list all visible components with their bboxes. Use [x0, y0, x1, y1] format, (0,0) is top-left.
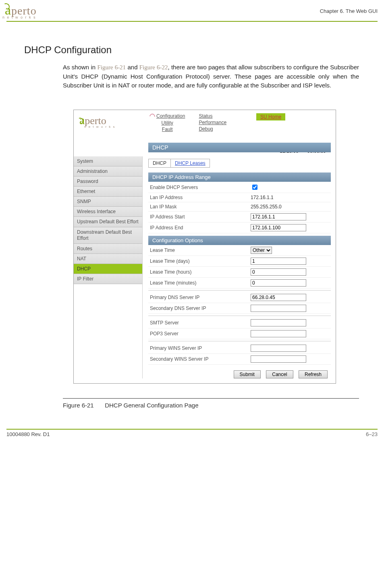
brand-logo: aperto n e t w o r k s	[2, 2, 37, 19]
label-secondary-dns: Secondary DNS Server IP	[148, 305, 251, 311]
input-primary-dns[interactable]	[251, 294, 306, 301]
sidebar: System Administration Password Ethernet …	[74, 156, 143, 378]
page-number: 6–23	[366, 431, 378, 437]
sidebar-item-ipfilter[interactable]: IP Filter	[74, 274, 142, 284]
input-lease-days[interactable]	[251, 258, 306, 265]
figure-title: DHCP General Configuration Page	[105, 402, 198, 409]
footer-rule	[6, 429, 378, 430]
section-title: DHCP Configuration	[24, 44, 384, 56]
label-lease-hours: Lease Time (hours)	[148, 269, 251, 275]
figure-ref-6-21[interactable]: Figure 6-21	[98, 64, 126, 71]
cancel-button[interactable]: Cancel	[266, 370, 293, 378]
sidebar-item-wireless[interactable]: Wireless Interface	[74, 207, 142, 217]
figure-caption: Figure 6-21 DHCP General Configuration P…	[63, 402, 384, 409]
sidebar-item-system[interactable]: System	[74, 156, 142, 166]
nav-fault[interactable]: Fault	[149, 127, 185, 132]
input-ip-start[interactable]	[251, 213, 306, 220]
sidebar-item-snmp[interactable]: SNMP	[74, 197, 142, 207]
separator	[148, 316, 331, 316]
input-pop3[interactable]	[251, 330, 306, 337]
input-primary-wins[interactable]	[251, 345, 306, 352]
label-lease-time: Lease Time	[148, 247, 251, 253]
label-primary-dns: Primary DNS Server IP	[148, 295, 251, 300]
sidebar-item-routes[interactable]: Routes	[74, 244, 142, 254]
section-head-config: Configuration Options	[148, 236, 331, 245]
tab-row: DHCP DHCP Leases	[148, 159, 210, 168]
active-marker-icon	[148, 112, 156, 121]
figure-ref-6-22[interactable]: Figure 6-22	[139, 64, 168, 71]
input-secondary-dns[interactable]	[251, 305, 306, 312]
label-lan-ip: Lan IP Address	[148, 195, 251, 200]
sidebar-item-password[interactable]: Password	[74, 177, 142, 187]
chapter-label: Chapter 6. The Web GUI	[320, 8, 378, 14]
separator	[148, 290, 331, 291]
label-ip-end: IP Address End	[148, 225, 251, 231]
section-head-range: DHCP IP Address Range	[148, 172, 331, 182]
sidebar-item-administration[interactable]: Administration	[74, 166, 142, 177]
nav-utility[interactable]: Utility	[149, 120, 185, 126]
label-enable-dhcp: Enable DHCP Servers	[148, 185, 251, 190]
tab-dhcp[interactable]: DHCP	[149, 159, 171, 167]
body-paragraph: As shown in Figure 6-21 and Figure 6-22,…	[63, 63, 359, 89]
label-lease-minutes: Lease Time (minutes)	[148, 280, 251, 286]
caption-rule	[63, 398, 359, 399]
sidebar-item-nat[interactable]: NAT	[74, 254, 142, 264]
su-home-button[interactable]: SU Home	[256, 113, 285, 132]
tab-dhcp-leases[interactable]: DHCP Leases	[171, 159, 210, 167]
value-lan-mask: 255.255.255.0	[251, 204, 331, 210]
sidebar-item-dhcp[interactable]: DHCP	[74, 264, 142, 274]
label-ip-start: IP Address Start	[148, 214, 251, 220]
label-pop3: POP3 Server	[148, 331, 251, 337]
nav-debug[interactable]: Debug	[199, 126, 226, 132]
label-primary-wins: Primary WINS Server IP	[148, 345, 251, 351]
top-nav: Configuration Utility Fault Status Perfo…	[149, 113, 285, 132]
submit-button[interactable]: Submit	[234, 370, 261, 378]
label-smtp: SMTP Server	[148, 320, 251, 326]
label-lan-mask: Lan IP Mask	[148, 204, 251, 210]
figure-number: Figure 6-21	[63, 402, 103, 409]
sidebar-item-downstream[interactable]: Downstream Default Best Effort	[74, 227, 142, 244]
app-logo: aperto n e t w o r k s	[77, 113, 149, 129]
doc-revision: 10004880 Rev. D1	[6, 431, 50, 437]
separator	[148, 341, 331, 341]
brand-sub: n e t w o r k s	[2, 15, 37, 19]
nav-status[interactable]: Status	[199, 113, 226, 119]
page-title: DHCP	[148, 143, 331, 152]
screenshot-figure: aperto n e t w o r k s Configuration Uti…	[73, 110, 336, 384]
nav-configuration[interactable]: Configuration	[156, 113, 185, 119]
value-lan-ip: 172.16.1.1	[251, 195, 331, 200]
input-lease-minutes[interactable]	[251, 279, 306, 287]
refresh-button[interactable]: Refresh	[299, 370, 328, 378]
label-lease-days: Lease Time (days)	[148, 258, 251, 264]
input-smtp[interactable]	[251, 319, 306, 326]
input-ip-end[interactable]	[251, 224, 306, 231]
input-secondary-wins[interactable]	[251, 355, 306, 363]
input-lease-hours[interactable]	[251, 268, 306, 276]
label-secondary-wins: Secondary WINS Server IP	[148, 356, 251, 362]
nav-performance[interactable]: Performance	[199, 120, 226, 125]
checkbox-enable-dhcp[interactable]	[252, 185, 257, 190]
sidebar-item-ethernet[interactable]: Ethernet	[74, 187, 142, 197]
select-lease-time[interactable]: Other	[251, 247, 272, 254]
header-rule	[6, 21, 378, 22]
sidebar-item-upstream[interactable]: Upstream Default Best Effort	[74, 217, 142, 227]
